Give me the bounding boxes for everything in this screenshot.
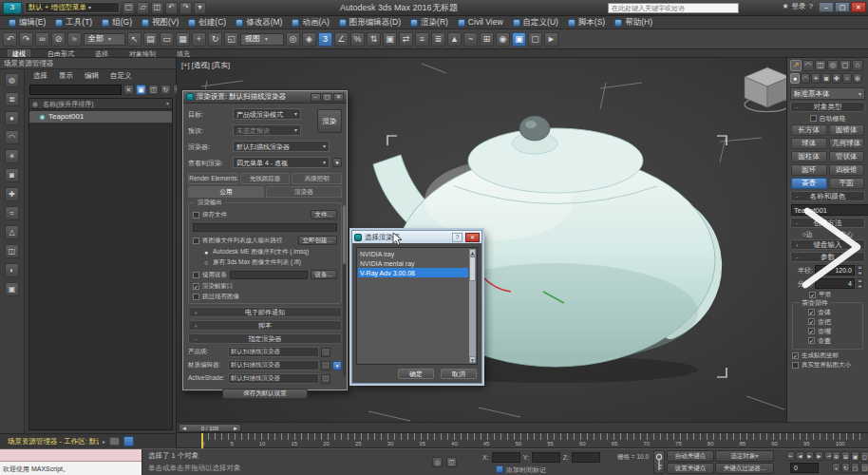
display-materials-icon[interactable]: ◐	[5, 263, 19, 277]
explorer-menu-item[interactable]: 选择	[33, 72, 47, 80]
menu-item[interactable]: 创建(C)	[183, 16, 231, 28]
set-key-button[interactable]: 设置关键点	[667, 463, 714, 474]
setup-tab[interactable]: 公用	[188, 186, 264, 198]
ribbon-tab[interactable]: 建模	[8, 49, 30, 57]
isolate-selection-icon[interactable]: ◎	[432, 457, 443, 467]
setup-tab[interactable]: 光线跟踪器	[240, 173, 291, 184]
rollout-bar[interactable]: － 指定渲染器	[188, 333, 342, 344]
display-helpers-icon[interactable]: ✚	[5, 187, 19, 201]
object-type-rollout[interactable]: － 对象类型	[790, 102, 865, 112]
pan-icon[interactable]: +	[832, 463, 840, 473]
maxscript-mini-listener[interactable]: 欢迎使用 MAXScript。	[0, 449, 142, 475]
dialog-pin-icon[interactable]: ▢	[322, 93, 332, 102]
helpers-subtab[interactable]: ✚	[832, 73, 841, 84]
menu-item[interactable]: Civil View	[453, 16, 508, 28]
menu-item[interactable]: 图形编辑器(D)	[334, 16, 406, 28]
explorer-menu-item[interactable]: 编辑	[85, 72, 99, 80]
setup-dropdown[interactable]: 默认扫描线渲染器 ▾	[233, 141, 330, 152]
schematic-view-icon[interactable]: ⊞	[480, 32, 494, 47]
z-coordinate-field[interactable]	[572, 452, 600, 463]
maximize-button[interactable]: ▢	[835, 2, 850, 12]
viewcube[interactable]	[745, 67, 786, 112]
zoom-all-icon[interactable]: ⊞	[841, 451, 850, 462]
device-field[interactable]	[230, 271, 308, 279]
tree-column-header[interactable]: 名称(按升序排序) ▾	[29, 99, 172, 109]
lock-explorer-icon[interactable]: ◫	[148, 85, 159, 95]
curve-editor-icon[interactable]: ~	[463, 32, 478, 47]
edit-named-selections-icon[interactable]: ▣	[383, 32, 397, 47]
smooth-checkbox[interactable]: ✓	[809, 292, 816, 298]
menu-item[interactable]: 工具(T)	[50, 16, 97, 28]
spacewarps-subtab[interactable]: ≈	[842, 73, 852, 84]
selection-lock-icon[interactable]: ◫	[446, 457, 457, 467]
explorer-menu-item[interactable]: 显示	[59, 72, 73, 80]
part-checkbox[interactable]: ✓	[808, 328, 815, 334]
renderer-list-item[interactable]: NVIDIA iray	[358, 249, 468, 258]
sign-in-link[interactable]: 登录	[792, 3, 806, 10]
menu-item[interactable]: 动画(A)	[287, 16, 333, 28]
menu-item[interactable]: 组(G)	[97, 16, 137, 28]
select-link-icon[interactable]: ∞	[35, 32, 49, 47]
star-icon[interactable]: ★	[782, 3, 788, 10]
geometry-subtab[interactable]: ●	[790, 73, 800, 84]
display-bones-icon[interactable]: △	[5, 225, 19, 239]
previous-frame-icon[interactable]: ◀	[796, 451, 804, 461]
cameras-subtab[interactable]: ◙	[821, 73, 831, 84]
explorer-menu-item[interactable]: 自定义	[110, 72, 132, 80]
selected-objects-dropdown[interactable]: 选定对象▾	[715, 450, 774, 462]
setup-dropdown[interactable]: 四元菜单 4 - 透视 ▾	[233, 157, 330, 168]
close-icon[interactable]: ✕	[465, 233, 480, 242]
layer-manager-icon[interactable]: ≣	[431, 32, 445, 47]
autogrid-checkbox[interactable]	[810, 115, 817, 122]
systems-subtab[interactable]: ⊛	[853, 73, 862, 84]
menu-item[interactable]: 编辑(E)	[4, 16, 50, 28]
rfw-checkbox[interactable]: ✓	[193, 283, 199, 290]
window-crossing-icon[interactable]: ▦	[176, 32, 190, 47]
redo-icon[interactable]: ↷	[179, 2, 192, 14]
current-frame-field[interactable]: 0	[790, 463, 819, 473]
primitive-button[interactable]: 四棱锥	[829, 164, 865, 176]
maximize-viewport-icon[interactable]: ▢	[851, 463, 859, 473]
snap-toggle-icon[interactable]: 3	[318, 32, 332, 47]
primitive-button[interactable]: 球体	[791, 138, 827, 149]
choose-renderer-titlebar[interactable]: 选择渲染器 ? ✕	[352, 231, 481, 243]
unlink-icon[interactable]: ⊘	[51, 32, 66, 47]
use-device-checkbox[interactable]	[193, 272, 199, 278]
gen-mapping-checkbox[interactable]: ✓	[792, 352, 799, 359]
help-icon[interactable]: ?	[809, 3, 813, 10]
tab-overflow-icon[interactable]: ▸	[103, 439, 105, 445]
display-geometry-icon[interactable]: ●	[5, 111, 19, 125]
sort-hierarchy-icon[interactable]: ◍	[5, 73, 19, 87]
open-file-icon[interactable]: ▱	[137, 2, 149, 14]
scale-icon[interactable]: ◱	[224, 32, 238, 47]
lock-icon[interactable]: ●	[332, 361, 342, 370]
primitive-button[interactable]: 圆柱体	[791, 151, 827, 162]
go-to-start-icon[interactable]: ⇤	[786, 451, 795, 461]
rotate-icon[interactable]: ↻	[208, 32, 222, 47]
motion-tab[interactable]: ◎	[827, 60, 839, 71]
next-frame-arrow[interactable]: ►	[233, 426, 238, 431]
file-button[interactable]: 文件...	[311, 210, 337, 219]
image-list-checkbox[interactable]	[193, 238, 199, 244]
display-spacewarps-icon[interactable]: ≈	[5, 206, 19, 220]
create-now-button[interactable]: 立即创建...	[298, 236, 337, 245]
setup-tab[interactable]: 高级照明	[292, 173, 342, 184]
rollout-bar[interactable]: ＋ 电子邮件通知	[188, 307, 342, 317]
shapes-subtab[interactable]: ◠	[801, 73, 810, 84]
save-file-checkbox[interactable]	[193, 212, 199, 218]
set-keys-button[interactable]	[653, 450, 665, 474]
select-displayed-icon[interactable]: ▣	[136, 85, 146, 95]
part-checkbox[interactable]: ✓	[808, 309, 815, 315]
choose-renderer-button[interactable]: …	[321, 348, 330, 357]
select-by-name-icon[interactable]: ▤	[143, 32, 158, 47]
render-setup-titlebar[interactable]: 渲染设置: 默认扫描线渲染器 –▢✕	[183, 91, 347, 104]
device-button[interactable]: 设备...	[311, 270, 337, 279]
output-path-field[interactable]	[193, 223, 337, 232]
key-filters-button[interactable]: 关键点过滤器...	[715, 463, 774, 474]
ribbon-tab[interactable]: 选择	[91, 50, 112, 57]
menu-item[interactable]: 帮助(H)	[610, 16, 657, 28]
dialog-scrollbar[interactable]	[343, 205, 346, 376]
modify-tab[interactable]: ◠	[802, 60, 814, 71]
display-cameras-icon[interactable]: ◙	[5, 168, 19, 182]
explorer-settings-icon[interactable]: ▣	[5, 282, 19, 296]
